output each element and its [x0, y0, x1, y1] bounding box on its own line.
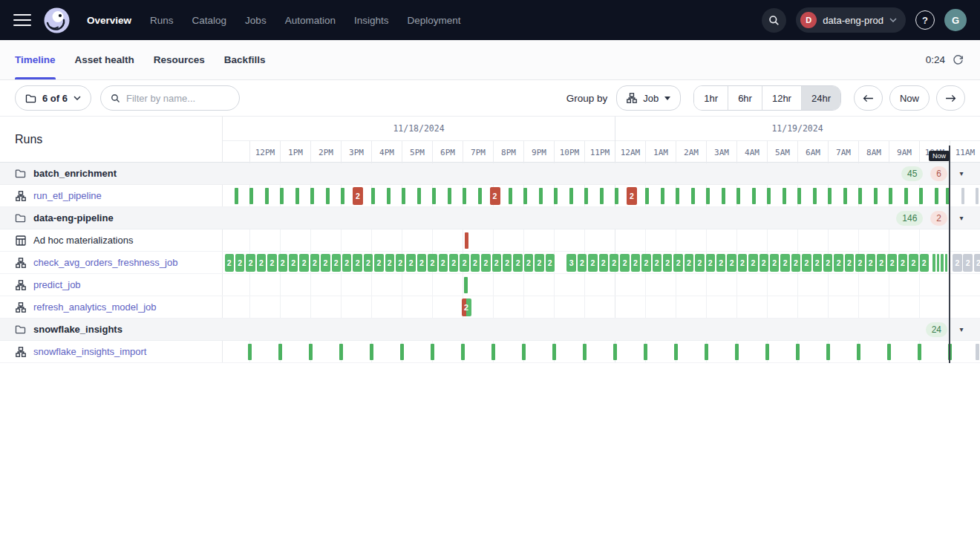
run-bar-check-avg-orders-freshness-job[interactable]: 2 [770, 254, 780, 272]
run-bar-check-avg-orders-freshness-job[interactable]: 2 [760, 254, 769, 272]
run-bar-run-etl-pipeline[interactable] [554, 188, 558, 204]
run-bar-run-etl-pipeline[interactable] [736, 188, 740, 204]
job-name[interactable]: check_avg_orders_freshness_job [33, 257, 177, 268]
run-bar-check-avg-orders-freshness-job[interactable]: 2 [289, 254, 298, 272]
run-bar-check-avg-orders-freshness-job[interactable] [932, 254, 935, 272]
run-bar-run-etl-pipeline[interactable] [615, 188, 618, 204]
run-bar-run-etl-pipeline[interactable] [783, 188, 786, 204]
scope-filter-button[interactable]: 6 of 6 [15, 85, 91, 111]
run-bar-check-avg-orders-freshness-job[interactable]: 2 [641, 254, 651, 272]
tab-backfills[interactable]: Backfills [224, 40, 266, 79]
run-bar-check-avg-orders-freshness-job[interactable]: 2 [963, 254, 973, 272]
run-bar-snowflake-insights-import[interactable] [735, 344, 739, 360]
dagster-logo[interactable] [43, 7, 71, 34]
run-bar-run-etl-pipeline[interactable]: 2 [353, 187, 363, 205]
job-name[interactable]: refresh_analytics_model_job [33, 301, 156, 313]
run-bar-check-avg-orders-freshness-job[interactable]: 2 [332, 254, 342, 272]
run-bar-snowflake-insights-import[interactable] [461, 344, 465, 360]
run-bar-check-avg-orders-freshness-job[interactable] [941, 254, 944, 272]
run-bar-check-avg-orders-freshness-job[interactable]: 2 [738, 254, 748, 272]
group-by-select[interactable]: Job [616, 85, 681, 111]
nav-item-overview[interactable]: Overview [87, 15, 131, 26]
run-bar-check-avg-orders-freshness-job[interactable]: 2 [449, 254, 459, 272]
run-bar-check-avg-orders-freshness-job[interactable]: 2 [877, 254, 886, 272]
timeline-back-button[interactable] [854, 85, 883, 111]
run-bar-run-etl-pipeline[interactable] [584, 188, 588, 204]
run-bar-check-avg-orders-freshness-job[interactable]: 2 [909, 254, 918, 272]
run-bar-snowflake-insights-import[interactable] [278, 344, 282, 360]
run-bar-run-etl-pipeline[interactable] [569, 188, 573, 204]
run-bar-run-etl-pipeline[interactable] [249, 188, 253, 204]
run-bar-check-avg-orders-freshness-job[interactable]: 2 [385, 254, 395, 272]
run-bar-check-avg-orders-freshness-job[interactable]: 2 [353, 254, 362, 272]
run-bar-snowflake-insights-import[interactable] [976, 344, 979, 360]
run-bar-check-avg-orders-freshness-job[interactable]: 2 [599, 254, 609, 272]
run-bar-check-avg-orders-freshness-job[interactable]: 2 [374, 254, 384, 272]
run-bar-check-avg-orders-freshness-job[interactable]: 2 [727, 254, 736, 272]
collapse-caret-icon[interactable]: ▾ [956, 214, 967, 222]
run-bar-check-avg-orders-freshness-job[interactable]: 2 [396, 254, 405, 272]
run-bar-run-etl-pipeline[interactable] [539, 188, 543, 204]
run-bar-check-avg-orders-freshness-job[interactable]: 2 [299, 254, 309, 272]
run-bar-snowflake-insights-import[interactable] [674, 344, 678, 360]
run-bar-check-avg-orders-freshness-job[interactable]: 2 [481, 254, 491, 272]
run-bar-run-etl-pipeline[interactable] [417, 188, 421, 204]
run-bar-check-avg-orders-freshness-job[interactable]: 2 [364, 254, 373, 272]
run-bar-check-avg-orders-freshness-job[interactable]: 2 [267, 254, 277, 272]
run-bar-refresh-analytics-model-job[interactable]: 2 [462, 298, 471, 316]
run-bar-run-etl-pipeline[interactable] [961, 188, 964, 204]
run-bar-ad-hoc-materializations[interactable] [465, 232, 468, 249]
run-bar-run-etl-pipeline[interactable] [600, 188, 604, 204]
run-bar-run-etl-pipeline[interactable] [341, 188, 344, 204]
run-bar-run-etl-pipeline[interactable] [976, 188, 979, 204]
nav-item-automation[interactable]: Automation [285, 15, 336, 26]
nav-item-insights[interactable]: Insights [354, 15, 389, 26]
run-bar-run-etl-pipeline[interactable] [463, 188, 466, 204]
help-button[interactable]: ? [915, 10, 935, 30]
run-bar-run-etl-pipeline[interactable] [509, 188, 512, 204]
run-bar-run-etl-pipeline[interactable] [661, 188, 664, 204]
run-bar-check-avg-orders-freshness-job[interactable]: 2 [716, 254, 726, 272]
run-bar-run-etl-pipeline[interactable] [432, 188, 436, 204]
run-bar-check-avg-orders-freshness-job[interactable]: 2 [802, 254, 811, 272]
range-6hr[interactable]: 6hr [728, 86, 762, 110]
run-bar-check-avg-orders-freshness-job[interactable] [937, 254, 940, 272]
run-bar-check-avg-orders-freshness-job[interactable]: 2 [663, 254, 673, 272]
filter-input[interactable] [126, 93, 229, 104]
run-bar-snowflake-insights-import[interactable] [644, 344, 647, 360]
run-bar-snowflake-insights-import[interactable] [491, 344, 495, 360]
run-bar-check-avg-orders-freshness-job[interactable]: 2 [855, 254, 865, 272]
run-bar-snowflake-insights-import[interactable] [918, 344, 921, 360]
run-bar-run-etl-pipeline[interactable] [919, 188, 923, 204]
run-bar-run-etl-pipeline[interactable] [523, 188, 527, 204]
run-bar-check-avg-orders-freshness-job[interactable]: 2 [406, 254, 416, 272]
now-button[interactable]: Now [889, 85, 930, 111]
run-bar-run-etl-pipeline[interactable] [767, 188, 771, 204]
run-bar-run-etl-pipeline[interactable] [813, 188, 817, 204]
collapse-caret-icon[interactable]: ▾ [956, 169, 967, 177]
run-bar-check-avg-orders-freshness-job[interactable]: 2 [780, 254, 790, 272]
run-bar-run-etl-pipeline[interactable] [235, 188, 238, 204]
run-bar-check-avg-orders-freshness-job[interactable]: 2 [953, 254, 962, 272]
run-bar-snowflake-insights-import[interactable] [826, 344, 830, 360]
refresh-icon[interactable] [953, 54, 964, 65]
run-bar-snowflake-insights-import[interactable] [583, 344, 587, 360]
run-bar-check-avg-orders-freshness-job[interactable]: 2 [653, 254, 662, 272]
run-bar-run-etl-pipeline[interactable] [904, 188, 908, 204]
run-bar-check-avg-orders-freshness-job[interactable]: 2 [620, 254, 630, 272]
run-bar-run-etl-pipeline[interactable] [402, 188, 405, 204]
run-bar-run-etl-pipeline[interactable] [889, 188, 892, 204]
run-bar-snowflake-insights-import[interactable] [705, 344, 708, 360]
range-24hr[interactable]: 24hr [801, 86, 840, 110]
run-bar-check-avg-orders-freshness-job[interactable]: 2 [417, 254, 427, 272]
menu-button[interactable] [13, 13, 31, 28]
run-bar-snowflake-insights-import[interactable] [613, 344, 617, 360]
job-name[interactable]: snowflake_insights_import [33, 346, 146, 357]
run-bar-run-etl-pipeline[interactable] [326, 188, 330, 204]
run-bar-run-etl-pipeline[interactable] [645, 188, 649, 204]
run-bar-check-avg-orders-freshness-job[interactable]: 2 [321, 254, 330, 272]
run-bar-check-avg-orders-freshness-job[interactable]: 3 [566, 254, 576, 272]
run-bar-check-avg-orders-freshness-job[interactable]: 2 [492, 254, 502, 272]
run-bar-check-avg-orders-freshness-job[interactable]: 2 [866, 254, 876, 272]
run-bar-check-avg-orders-freshness-job[interactable]: 2 [225, 254, 235, 272]
